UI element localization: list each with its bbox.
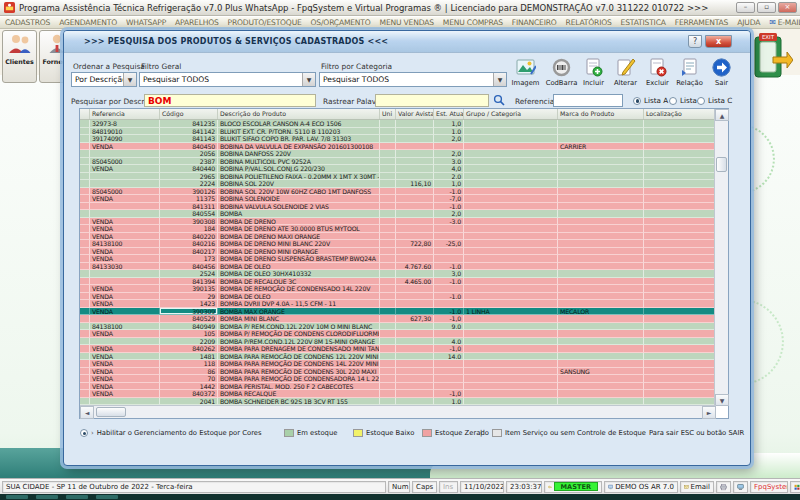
scroll-left-icon[interactable]: ◄ — [80, 406, 94, 419]
maximize-button[interactable]: ▫ — [757, 2, 776, 13]
column-header-1[interactable]: Referencia — [90, 109, 160, 119]
menu-item-menu-compras[interactable]: MENU COMPRAS — [443, 18, 503, 27]
table-row[interactable]: 2056BOBINA DANFOSS 220V2,0 — [80, 150, 728, 158]
vertical-scrollbar[interactable]: ▲ ▼ — [714, 109, 728, 406]
table-row[interactable]: VENDA390135BOMBA DE REMOÇÃO DE CONDENSAD… — [80, 285, 728, 293]
table-row[interactable]: VENDA390309BOMBA MAX ORANGE-1,01 LINHAME… — [80, 308, 728, 316]
search-icon[interactable] — [493, 94, 505, 106]
radio-icon[interactable] — [697, 97, 705, 105]
table-row[interactable]: 840554BOMBA2,0 — [80, 210, 728, 218]
column-header-9[interactable]: Localização — [644, 109, 716, 119]
table-row[interactable]: 84138100840949BOMBA P/ REM.COND.12L 220V… — [80, 323, 728, 331]
track-words-input[interactable] — [375, 94, 489, 107]
table-row[interactable]: VENDA118BOMBA PARA REMOÇÃO DE CONDENS 14… — [80, 360, 728, 368]
chevron-down-icon[interactable]: ▼ — [302, 73, 315, 86]
excluir-button[interactable]: Excluir — [640, 57, 675, 94]
column-header-5[interactable]: Valor Avista — [396, 109, 434, 119]
radio-icon[interactable] — [80, 429, 88, 437]
reference-input[interactable] — [553, 94, 623, 107]
table-row[interactable]: 2965BOBINA POLIETILENO FAIXA - 0,20MM X … — [80, 173, 728, 181]
table-row[interactable]: VENDA390308BOMBA DE DRENO-3,0 — [80, 218, 728, 226]
general-filter-select[interactable]: Pesquisar TODOS▼ — [139, 72, 316, 87]
table-row[interactable]: 2209BOMBA P/REM.COND.12L 220V 8M 1S-MINI… — [80, 338, 728, 346]
chevron-down-icon[interactable]: ▼ — [123, 73, 136, 86]
table-row[interactable]: 841394BOMBA DE RECALQUE 3C4.465,00-1,0 — [80, 278, 728, 286]
incluir-button[interactable]: Incluir — [576, 57, 611, 94]
table-row[interactable]: VENDA840220BOMBA DE DRENO MAXI ORANGE — [80, 233, 728, 241]
codbarra-button[interactable]: CodBarra — [544, 57, 579, 94]
table-row[interactable]: VENDA86BOMBA PARA REMOÇÃO DE CONDENS 30L… — [80, 368, 728, 376]
table-row[interactable]: 850450002387BOBINA MULTICOIL PVC 9252A3,… — [80, 158, 728, 166]
exit-door-icon[interactable]: EXIT — [753, 33, 793, 79]
column-header-3[interactable]: Descrição do Produto — [218, 109, 380, 119]
table-row[interactable]: 84819010841142BLUKIT EXT. CR. P/TORN. 51… — [80, 128, 728, 136]
table-row[interactable]: VENDA1423BOMBA DVRII DVP 4.0A - 11,5 CFM… — [80, 300, 728, 308]
horizontal-scroll-thumb[interactable] — [96, 407, 126, 417]
menu-item-os-or-amento[interactable]: OS/ORÇAMENTO — [311, 18, 371, 27]
imagem-button[interactable]: Imagem — [508, 57, 543, 94]
sair-button[interactable]: Sair — [704, 57, 739, 94]
stock-color-toggle[interactable]: › Habilitar o Gerenciamento do Estoque p… — [80, 429, 262, 437]
horizontal-scrollbar[interactable]: ◄ ► — [80, 405, 716, 418]
column-header-6[interactable]: Est. Atual — [434, 109, 464, 119]
radio-icon[interactable] — [669, 97, 677, 105]
radio-lista-c[interactable]: Lista C — [697, 96, 732, 105]
table-row[interactable]: 2224BOBINA SOL 220V116,101,0 — [80, 180, 728, 188]
menu-item-relat-rios[interactable]: RELATÓRIOS — [566, 18, 612, 27]
table-row[interactable]: VENDA105BOMBA P/ REMOÇÃO DE CONDENS CLOR… — [80, 330, 728, 338]
table-row[interactable]: VENDA1442BOMBA PERISTAL. MOD. 250 F 2 CA… — [80, 383, 728, 391]
table-row[interactable]: VENDA840440BOBINA P/VAL.SOL.CONJ.G 220/2… — [80, 165, 728, 173]
chevron-down-icon[interactable]: ▼ — [493, 73, 506, 86]
menu-item-estatistica[interactable]: ESTATISTICA — [621, 18, 666, 27]
table-row[interactable]: VENDA1481BOMBA PARA REMOÇÃO DE CONDENS 1… — [80, 353, 728, 361]
dialog-close-button[interactable]: x — [705, 35, 732, 48]
relação-button[interactable]: Relação — [672, 57, 707, 94]
menu-item-whatsapp[interactable]: WHATSAPP — [126, 18, 166, 27]
table-row[interactable]: VENDA184BOMBA DE DRENO ATE 30.0000 BTUS … — [80, 225, 728, 233]
menu-item-cadastros[interactable]: CADASTROS — [5, 18, 50, 27]
table-row[interactable]: VENDA11375BOBINA SOLENOIDE-7,0 — [80, 195, 728, 203]
table-row[interactable]: 2524BOMBA DE OLEO 30HX4103323,0 — [80, 270, 728, 278]
radio-lista-a[interactable]: Lista A — [633, 96, 668, 105]
clients-button[interactable]: Clientes — [2, 30, 37, 83]
dialog-titlebar[interactable]: >>> PESQUISA DOS PRODUTOS & SERVIÇOS CAD… — [64, 31, 750, 53]
scroll-down-icon[interactable]: ▼ — [715, 394, 729, 406]
menu-item-agendamento[interactable]: AGENDAMENTO — [59, 18, 117, 27]
vertical-scroll-thumb[interactable] — [716, 157, 727, 172]
table-row[interactable]: 84133030840456BOMBA DE OLEO4.767,60-1,0 — [80, 263, 728, 271]
search-description-input[interactable] — [144, 94, 316, 107]
close-button[interactable]: × — [778, 2, 797, 13]
table-row[interactable]: VENDA840262BOMBA PARA DRENAGEM DE CONDEN… — [80, 345, 728, 353]
table-row[interactable]: 39174090841143BLUKIT SIFAO COPO BR. PAR.… — [80, 135, 728, 143]
alterar-button[interactable]: Alterar — [608, 57, 643, 94]
menu-item-e-mail[interactable]: ✉E-MAIL — [769, 18, 800, 27]
scroll-up-icon[interactable]: ▲ — [715, 109, 729, 121]
column-header-7[interactable]: Grupo / Categoria — [464, 109, 558, 119]
table-row[interactable]: VENDA840217BOMBA DE DRENO MINI ORANGE — [80, 248, 728, 256]
category-filter-select[interactable]: Pesquisar TODOS▼ — [319, 72, 507, 87]
dialog-help-button[interactable]: ? — [688, 35, 702, 48]
scroll-right-icon[interactable]: ► — [702, 406, 716, 419]
table-row[interactable]: VENDA840372BOMBA RECALQUE-1,0 — [80, 390, 728, 398]
menu-item-aparelhos[interactable]: APARELHOS — [175, 18, 219, 27]
table-row[interactable]: 32973-8841235BLOCO ESCOLAR CANSON A-4 EC… — [80, 120, 728, 128]
table-row[interactable]: 85045000390126BOBINA SOL 220V 10W 60HZ C… — [80, 188, 728, 196]
table-row[interactable]: 2041BOMBA SCHNEIDER BC 92S 1B 3CV RT 155… — [80, 398, 728, 406]
column-header-4[interactable]: Uni — [380, 109, 396, 119]
table-row[interactable]: VENDA173BOMBA DE DRENO SUSPENSÃO BRASTEM… — [80, 255, 728, 263]
table-row[interactable]: VENDA29BOMBA DE OLEO-1,0 — [80, 293, 728, 301]
radio-icon[interactable] — [633, 97, 641, 105]
table-row[interactable]: 841311BOBINA VALVULA SOLENOIDE 2 VIAS-1,… — [80, 203, 728, 211]
menu-item-ferramentas[interactable]: FERRAMENTAS — [675, 18, 729, 27]
column-header-8[interactable]: Marca do Produto — [558, 109, 644, 119]
column-header-2[interactable]: Código — [160, 109, 218, 119]
menu-item-ajuda[interactable]: AJUDA — [737, 18, 760, 27]
minimize-button[interactable]: – — [736, 2, 755, 13]
menu-item-financeiro[interactable]: FINANCEIRO — [512, 18, 557, 27]
table-row[interactable]: 840529BOMBA MINI BLANC627,30-1,0 — [80, 315, 728, 323]
table-row[interactable]: VENDA70BOMBA PARA REMOÇÃO DE CONDENSADOR… — [80, 375, 728, 383]
table-row[interactable]: VENDA840450BOBINA DA VALVULA DE EXPANSÃO… — [80, 143, 728, 151]
menu-item-produto-estoque[interactable]: PRODUTO/ESTOQUE — [228, 18, 302, 27]
table-row[interactable]: 84138100840216BOMBA DE DRENO MINI BLANC … — [80, 240, 728, 248]
menu-item-menu-vendas[interactable]: MENU VENDAS — [380, 18, 434, 27]
